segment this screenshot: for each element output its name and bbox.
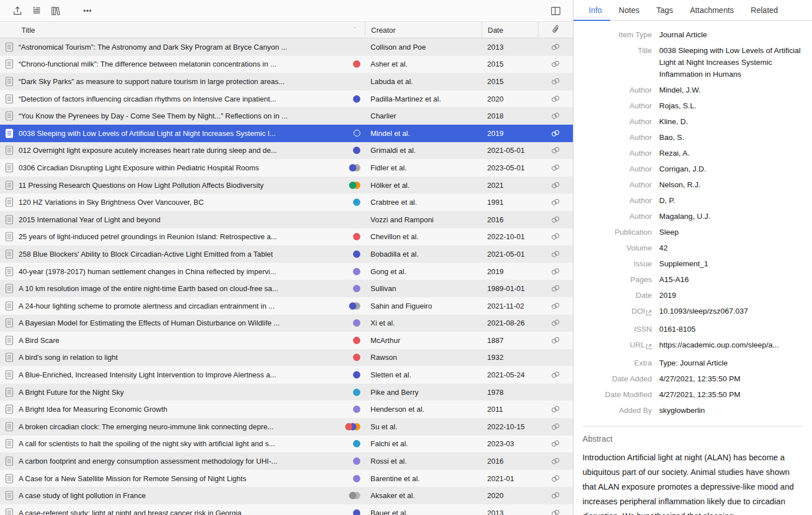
tag-dots (349, 164, 360, 171)
table-row[interactable]: A Case for a New Satellite Mission for R… (0, 470, 573, 487)
columns-toggle-icon[interactable] (546, 3, 565, 19)
table-row[interactable]: A Bayesian Model for Estimating the Effe… (0, 315, 573, 332)
library-icon[interactable] (46, 3, 65, 19)
table-row[interactable]: 0306 Circadian Disrupting Light Exposure… (0, 159, 573, 177)
field-value: Corrigan, J.D. (659, 163, 804, 175)
table-row[interactable]: 012 Overnight light exposure acutely inc… (0, 142, 573, 160)
item-creator: Bobadilla et al. (365, 250, 482, 258)
table-row[interactable]: A Bird Scare McArthur 1887 (0, 332, 573, 349)
table-row[interactable]: A case study of light pollution in Franc… (0, 487, 573, 504)
table-row[interactable]: A case-referent study: light at night an… (0, 504, 573, 515)
table-row[interactable]: 258 Blue Blockers' Ability to Block Circ… (0, 245, 573, 263)
item-creator: Pike and Berry (365, 388, 482, 397)
item-title-cell: 2015 International Year of Light and bey… (0, 215, 365, 225)
table-row[interactable]: 0038 Sleeping with Low Levels of Artific… (0, 125, 573, 142)
attachment-cell (538, 422, 573, 431)
item-title: 0306 Circadian Disrupting Light Exposure… (19, 164, 346, 172)
document-icon (5, 232, 19, 241)
document-icon (5, 422, 19, 432)
tab-attachments[interactable]: Attachments (682, 0, 743, 20)
field-label: Author (573, 131, 659, 143)
table-row[interactable]: A Bright Idea for Measuring Economic Gro… (0, 400, 573, 418)
tab-related[interactable]: Related (742, 0, 786, 20)
item-title-cell: A call for scientists to halt the spoili… (0, 439, 365, 448)
table-row[interactable]: “Astronomical Tourism”: The Astronomy an… (0, 38, 573, 56)
column-header-creator[interactable]: Creator (365, 22, 482, 38)
tag-ring-dot (354, 130, 360, 137)
tag-color-dot (349, 164, 356, 171)
attachment-cell (538, 77, 573, 86)
field-value: 4/27/2021, 12:35:50 PM (659, 373, 804, 385)
tab-tags[interactable]: Tags (648, 0, 682, 20)
attachment-cell (538, 371, 573, 379)
tag-dots (353, 509, 360, 515)
table-row[interactable]: 2015 International Year of Light and bey… (0, 211, 573, 228)
field-value[interactable]: 10.1093/sleep/zsz067.037 (659, 305, 804, 319)
item-creator: Collison and Poe (365, 43, 482, 51)
tag-dots (353, 95, 360, 103)
table-row[interactable]: A Blue-Enriched, Increased Intensity Lig… (0, 366, 573, 384)
field-value: 4/27/2021, 12:35:50 PM (659, 389, 804, 400)
attachment-link-icon (550, 336, 561, 345)
item-creator: Sletten et al. (365, 371, 482, 379)
column-header-date[interactable]: Date (482, 22, 538, 38)
item-date: 2013 (482, 509, 538, 515)
tab-info[interactable]: Info (573, 0, 610, 20)
field-value: 0161-8105 (659, 323, 804, 335)
document-icon (5, 77, 19, 86)
table-row[interactable]: 40-year (1978-2017) human settlement cha… (0, 263, 573, 280)
table-row[interactable]: A Bright Future for the Night Sky Pike a… (0, 384, 573, 401)
abstract-heading: Abstract (582, 434, 803, 443)
table-row[interactable]: A bird's song in relation to light Rawso… (0, 349, 573, 367)
item-creator: Fidler et al. (365, 164, 482, 172)
field-value: Type: Journal Article (659, 357, 804, 369)
table-row[interactable]: “Detection of factors influencing circad… (0, 90, 573, 108)
table-row[interactable]: 120 HZ Variations in Sky Brightness Over… (0, 193, 573, 211)
table-row[interactable]: “Chrono-functional milk”: The difference… (0, 56, 573, 73)
table-row[interactable]: “Dark Sky Parks” as measure to support n… (0, 73, 573, 90)
export-icon[interactable] (8, 3, 27, 19)
field-value: 2019 (659, 289, 804, 301)
item-date: 2015 (482, 60, 538, 68)
attachment-link-icon (550, 319, 561, 327)
table-row[interactable]: A broken circadian clock: The emerging n… (0, 418, 573, 435)
tag-color-dot (353, 199, 360, 206)
column-header-title[interactable]: Title ˆ (0, 22, 365, 38)
paperclip-icon (551, 25, 561, 36)
field-value: Mindel, J.W. (659, 84, 804, 96)
table-row[interactable]: 11 Pressing Research Questions on How Li… (0, 177, 573, 194)
document-icon (5, 456, 19, 466)
item-creator: Hölker et al. (365, 181, 482, 190)
item-title: 012 Overnight light exposure acutely inc… (19, 146, 350, 155)
attachment-cell (538, 457, 573, 465)
table-row[interactable]: A call for scientists to halt the spoili… (0, 435, 573, 453)
note-icon[interactable] (27, 3, 46, 19)
column-header-attachment[interactable] (538, 22, 573, 38)
document-icon (5, 318, 19, 328)
tag-dots (353, 406, 360, 413)
table-row[interactable]: A carbon footprint and energy consumptio… (0, 452, 573, 470)
item-title: A Case for a New Satellite Mission for R… (19, 474, 350, 483)
tag-dots (354, 130, 360, 137)
item-title-cell: 258 Blue Blockers' Ability to Block Circ… (0, 249, 365, 259)
tab-notes[interactable]: Notes (610, 0, 648, 20)
item-title: A case-referent study: light at night an… (19, 509, 350, 515)
document-icon (5, 129, 19, 138)
attachment-link-icon (550, 129, 561, 138)
attachment-cell (538, 491, 573, 500)
item-title-cell: 11 Pressing Research Questions on How Li… (0, 181, 365, 190)
item-title: “Dark Sky Parks” as measure to support n… (19, 77, 357, 86)
table-row[interactable]: 25 years of light-induced petrel groundi… (0, 228, 573, 246)
more-options-icon[interactable] (78, 3, 97, 19)
tag-color-dot (353, 95, 360, 103)
field-value[interactable]: https://academic.oup.com/sleep/a... (659, 339, 804, 353)
table-row[interactable]: “You Know the Pyrenees by Day - Come See… (0, 107, 573, 125)
field-label: Author (573, 147, 659, 159)
item-date: 2023-03 (482, 439, 538, 448)
item-title-cell: “Astronomical Tourism”: The Astronomy an… (0, 42, 365, 52)
attachment-link-icon (550, 509, 561, 515)
table-row[interactable]: A 10 km resolution image of the entire n… (0, 280, 573, 297)
item-title-cell: A 10 km resolution image of the entire n… (0, 284, 365, 293)
table-row[interactable]: A 24-hour lighting scheme to promote ale… (0, 297, 573, 315)
document-icon (5, 388, 19, 397)
